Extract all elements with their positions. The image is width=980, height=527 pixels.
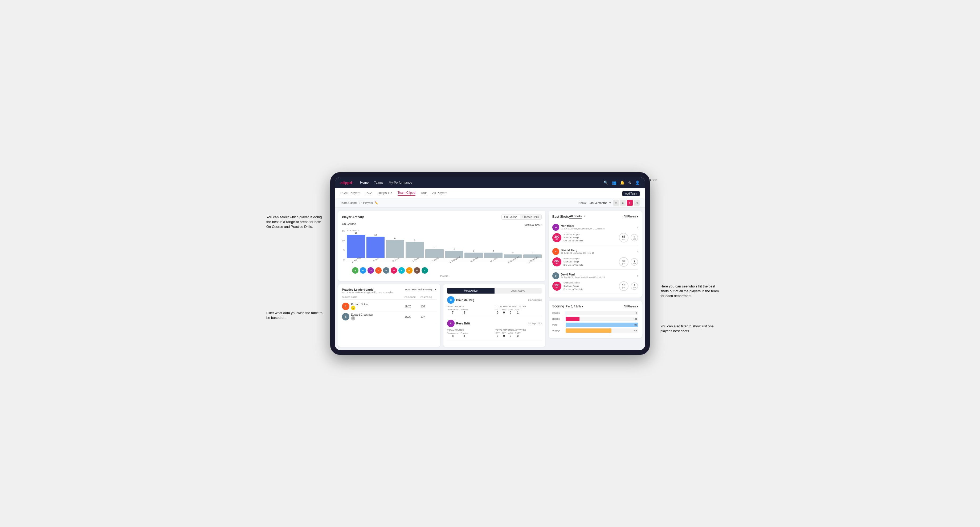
user-avatar-icon[interactable]: 👤 [635, 181, 640, 185]
all-shots-tab[interactable]: All Shots [569, 214, 582, 219]
best-shots-header: Best Shots All Shots ▾ All Players ▾ [552, 214, 638, 219]
player-avatar-8[interactable]: E [414, 267, 420, 274]
scoring-bar-container-2: 499 [566, 322, 638, 327]
most-active-tab[interactable]: Most Active [447, 288, 495, 294]
bar-2[interactable] [386, 240, 404, 258]
sub-nav-team-clippd[interactable]: Team Clippd [398, 191, 415, 195]
nav-item-home[interactable]: Home [360, 181, 369, 184]
add-team-button[interactable]: Add Team [622, 191, 640, 196]
bar-0[interactable] [347, 235, 365, 258]
ma-avatar-0: B [447, 296, 455, 304]
tablet-frame: clippd Home Teams My Performance 🔍 👥 🔔 ⊕… [330, 172, 650, 355]
bar-value-6: 3 [473, 250, 474, 252]
player-name-1: Edward Crossman2 [351, 313, 373, 321]
bar-6[interactable] [465, 252, 483, 258]
least-active-tab[interactable]: Least Active [495, 288, 542, 294]
shot-player-name-1: Blair McHarg [561, 249, 635, 252]
view-table-icon[interactable]: ⊟ [634, 200, 640, 206]
search-icon[interactable]: 🔍 [603, 181, 608, 185]
dropdown-chevron-icon: ▾ [540, 224, 542, 227]
annotation-right-mid: Here you can see who's hit the best shot… [660, 284, 719, 298]
sub-nav-pga[interactable]: PGA [366, 191, 372, 195]
bar-1[interactable] [366, 237, 385, 258]
bar-7[interactable] [484, 252, 503, 258]
players-dropdown[interactable]: All Players ▾ [624, 215, 638, 218]
par-dropdown[interactable]: Par 3, 4 & 5s ▾ [566, 305, 583, 308]
player-avatar-1[interactable]: R [360, 267, 366, 274]
bar-item-6: 3R. Butler [465, 250, 483, 261]
shot-player-header-1: B Blair McHarg 23 Jul 2023 · Ashridge GC… [552, 248, 638, 255]
shot-stats-row-1: 200 SG Shot Dist: 43 ydsStart Lie: Rough… [552, 257, 638, 267]
scoring-bar-value-0: 3 [636, 312, 637, 314]
shot-chevron-icon-0[interactable]: › [637, 225, 638, 229]
main-content: Player Activity On Course Practice Drill… [335, 208, 645, 350]
shot-yds-box-1: 43 yds [619, 257, 628, 267]
practice-drills-toggle[interactable]: Practice Drills [520, 215, 541, 219]
bar-4[interactable] [425, 249, 444, 258]
bar-value-2: 10 [394, 237, 396, 240]
nav-item-my-performance[interactable]: My Performance [389, 181, 412, 184]
left-panel: Player Activity On Course Practice Drill… [338, 211, 546, 347]
shot-chevron-icon-1[interactable]: › [637, 250, 638, 253]
leaderboard-row-1: EEdward Crossman218/20107 [342, 312, 436, 322]
player-avatar-2[interactable]: D [368, 267, 374, 274]
shot-zero-box-1: 0 yds [631, 258, 638, 266]
player-activity-header: Player Activity On Course Practice Drill… [342, 214, 542, 220]
player-avatar-5[interactable]: O [391, 267, 397, 274]
bar-3[interactable] [406, 242, 424, 258]
players-chevron-icon: ▾ [637, 215, 638, 218]
bell-icon[interactable]: 🔔 [620, 181, 625, 185]
sub-nav-all-players[interactable]: All Players [432, 191, 447, 195]
player-avatar-7[interactable]: M [406, 267, 412, 274]
player-avatar-9[interactable]: L [422, 267, 428, 274]
par-chevron-icon: ▾ [582, 305, 583, 308]
nav-bar: clippd Home Teams My Performance 🔍 👥 🔔 ⊕… [335, 177, 645, 188]
player-rank-1: 2 [351, 316, 355, 321]
player-avatar-0[interactable]: B [352, 267, 358, 274]
nav-item-teams[interactable]: Teams [374, 181, 383, 184]
shot-item-1[interactable]: B Blair McHarg 23 Jul 2023 · Ashridge GC… [552, 245, 638, 270]
player-avatar-3[interactable]: J [375, 267, 382, 274]
bars-row: 13B. McHarg12R. Britt10D. Ford9J. Coles5… [347, 232, 542, 261]
shot-player-detail-1: 23 Jul 2023 · Ashridge GC, Hole 15 [561, 252, 635, 254]
ma-player-card-0: B Blair McHarg 26 Aug 2023 Total Rounds … [447, 296, 542, 317]
sub-nav-pgat-players[interactable]: PGAT Players [340, 191, 360, 195]
on-course-toggle[interactable]: On Course [502, 215, 520, 219]
scoring-players-dropdown[interactable]: All Players ▾ [624, 305, 638, 308]
plus-circle-icon[interactable]: ⊕ [628, 181, 632, 185]
sub-nav-tour[interactable]: Tour [421, 191, 427, 195]
pb-score-1: 18/20 [404, 316, 420, 318]
scoring-row-1: Birdies96 [552, 317, 638, 321]
show-select[interactable]: Last 3 months [589, 201, 607, 205]
pb-score-0: 19/20 [404, 305, 420, 308]
view-list-icon[interactable]: ≡ [620, 200, 626, 206]
shot-chevron-icon-2[interactable]: › [637, 274, 638, 278]
total-rounds-label: Total Rounds [347, 229, 542, 232]
total-rounds-dropdown[interactable]: Total Rounds ▾ [524, 224, 542, 227]
ma-stats-row-1: Total Rounds Tournament 8 Practice 4 Tot… [447, 329, 542, 338]
chart-filter-row: On Course Total Rounds ▾ [342, 222, 542, 227]
player-avatar-4[interactable]: E [383, 267, 389, 274]
nav-logo[interactable]: clippd [340, 181, 352, 185]
view-icons: ⊞ ≡ ♥ ⊟ [613, 200, 640, 206]
shot-stats-row-2: 198 SG Shot Dist: 16 ydsStart Lie: Rough… [552, 281, 638, 291]
leaderboard-subtitle: PUTT Must Make Putting (3-6 ft), Last 3 … [342, 291, 436, 294]
shot-item-0[interactable]: M Matt Miller 09 Jun 2023 · Royal North … [552, 221, 638, 245]
player-avatar-6[interactable]: R [398, 267, 405, 274]
bar-item-1: 12R. Britt [366, 234, 385, 261]
leaderboard-dropdown[interactable]: PUTT Must Make Putting ... ▾ [405, 288, 436, 291]
scoring-bar-container-3: 315 [566, 329, 638, 333]
sub-nav-hcaps[interactable]: Hcaps 1-5 [378, 191, 392, 195]
bar-value-9: 2 [532, 252, 533, 254]
users-icon[interactable]: 👥 [612, 181, 616, 185]
edit-icon[interactable]: ✏️ [374, 201, 378, 205]
team-header-right: Show: Last 3 months ▾ ⊞ ≡ ♥ ⊟ [578, 200, 640, 206]
shot-item-2[interactable]: D David Ford 24 Aug 2023 · Royal North D… [552, 270, 638, 294]
scoring-chevron-icon: ▾ [637, 305, 638, 308]
player-activity-title: Player Activity [342, 215, 364, 219]
view-heart-icon[interactable]: ♥ [627, 200, 633, 206]
scoring-row-3: Bogeys315 [552, 329, 638, 333]
view-grid-icon[interactable]: ⊞ [613, 200, 619, 206]
bar-value-7: 3 [493, 250, 494, 252]
shot-yds-box-0: 67 yds [619, 233, 628, 243]
